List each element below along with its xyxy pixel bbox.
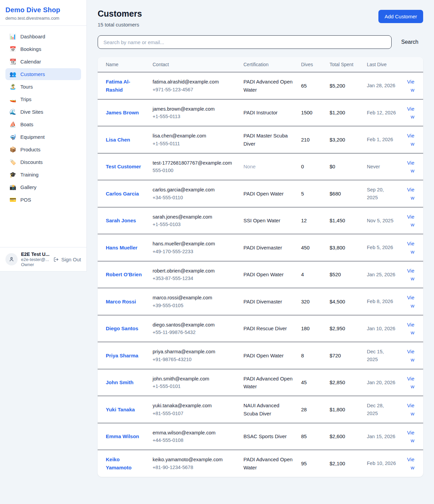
customer-certification: PADI Open Water xyxy=(239,180,297,207)
sidebar-item-trips[interactable]: 🚤Trips xyxy=(5,93,81,105)
view-customer-link[interactable]: View xyxy=(407,403,414,416)
customer-dives: 5 xyxy=(297,180,326,207)
customer-name-link[interactable]: Sarah Jones xyxy=(106,217,136,224)
search-bar: Search xyxy=(98,35,423,49)
customer-certification: PADI Master Scuba Diver xyxy=(239,126,297,153)
col-dives: Dives xyxy=(297,57,326,72)
sidebar-item-tours[interactable]: 🏝️Tours xyxy=(5,81,81,93)
customer-name-link[interactable]: Hans Mueller xyxy=(106,244,137,251)
sidebar-item-pos[interactable]: 💳POS xyxy=(5,194,81,206)
view-customer-link[interactable]: View xyxy=(407,79,414,92)
equipment-icon: 🤿 xyxy=(9,134,16,140)
sidebar-item-calendar[interactable]: 📆Calendar xyxy=(5,56,81,68)
customer-total-spent: $1,450 xyxy=(326,207,363,234)
customer-email: lisa.chen@example.com xyxy=(153,132,235,139)
dive-sites-icon: 🌊 xyxy=(9,109,16,115)
sidebar-item-discounts[interactable]: 🏷️Discounts xyxy=(5,156,81,168)
customer-name-link[interactable]: Test Customer xyxy=(106,163,141,170)
customer-certification: PADI Divemaster xyxy=(239,234,297,261)
sidebar-item-label: Calendar xyxy=(20,59,41,64)
customer-name-link[interactable]: Robert O'Brien xyxy=(106,270,142,278)
view-customer-link[interactable]: View xyxy=(407,295,414,308)
search-input[interactable] xyxy=(98,35,392,49)
customer-phone: +1-555-0103 xyxy=(153,221,235,228)
customer-total-spent: $1,200 xyxy=(326,99,363,126)
customer-name-link[interactable]: Marco Rossi xyxy=(106,298,136,305)
customer-last-dive: Jan 28, 2026 xyxy=(363,72,400,99)
customer-name-link[interactable]: John Smith xyxy=(106,378,134,386)
customer-certification: PADI Advanced Open Water xyxy=(239,369,297,396)
customer-dives: 1500 xyxy=(297,99,326,126)
customer-name-link[interactable]: James Brown xyxy=(106,109,139,116)
customer-last-dive: Jan 15, 2026 xyxy=(363,423,400,450)
customers-table: Name Contact Certification Dives Total S… xyxy=(98,57,423,477)
customer-email: keiko.yamamoto@example.com xyxy=(153,456,235,463)
view-customer-link[interactable]: View xyxy=(407,430,414,443)
customer-dives: 450 xyxy=(297,234,326,261)
sidebar-item-bookings[interactable]: 📅Bookings xyxy=(5,43,81,55)
customer-certification: PADI Advanced Open Water xyxy=(239,72,297,99)
view-customer-link[interactable]: View xyxy=(407,456,414,470)
col-total-spent: Total Spent xyxy=(326,57,363,72)
customer-name-link[interactable]: Diego Santos xyxy=(106,324,138,332)
tours-icon: 🏝️ xyxy=(9,84,16,90)
customer-last-dive: Dec 28, 2025 xyxy=(363,396,400,423)
customers-table-card: Name Contact Certification Dives Total S… xyxy=(98,57,423,477)
sidebar-item-gallery[interactable]: 📸Gallery xyxy=(5,181,81,193)
customer-last-dive: Jan 10, 2026 xyxy=(363,315,400,342)
customer-name-link[interactable]: Keiko Yamamoto xyxy=(106,455,144,471)
view-customer-link[interactable]: View xyxy=(407,133,414,146)
customer-name-link[interactable]: Carlos Garcia xyxy=(106,190,139,198)
customer-last-dive: Feb 8, 2026 xyxy=(363,288,400,315)
search-button[interactable]: Search xyxy=(401,39,418,45)
sidebar-item-customers[interactable]: 👥Customers xyxy=(5,68,81,80)
sign-out-button[interactable]: Sign Out xyxy=(53,257,81,262)
customer-name-link[interactable]: Yuki Tanaka xyxy=(106,406,135,413)
sidebar-item-products[interactable]: 📦Products xyxy=(5,144,81,155)
add-customer-button[interactable]: Add Customer xyxy=(378,10,423,23)
customer-certification: PADI Open Water xyxy=(239,261,297,288)
sidebar-item-dive-sites[interactable]: 🌊Dive Sites xyxy=(5,106,81,118)
view-customer-link[interactable]: View xyxy=(407,106,414,119)
sidebar-nav: 📊Dashboard 📅Bookings 📆Calendar 👥Customer… xyxy=(0,26,86,247)
view-customer-link[interactable]: View xyxy=(407,187,414,200)
customer-dives: 28 xyxy=(297,396,326,423)
view-customer-link[interactable]: View xyxy=(407,268,414,281)
col-actions xyxy=(400,57,423,72)
customer-email: priya.sharma@example.com xyxy=(153,348,235,355)
view-customer-link[interactable]: View xyxy=(407,160,414,173)
table-row: Marco Rossi marco.rossi@example.com+39-5… xyxy=(98,288,423,315)
customer-dives: 8 xyxy=(297,342,326,369)
gallery-icon: 📸 xyxy=(9,185,16,190)
customer-certification: PADI Instructor xyxy=(239,99,297,126)
sidebar-item-training[interactable]: 🎓Training xyxy=(5,169,81,181)
customer-name-link[interactable]: Emma Wilson xyxy=(106,432,139,440)
view-customer-link[interactable]: View xyxy=(407,241,414,254)
person-icon xyxy=(8,256,15,262)
sidebar-item-boats[interactable]: ⛵Boats xyxy=(5,118,81,130)
customer-name-link[interactable]: Priya Sharma xyxy=(106,352,138,359)
customer-total-spent: $1,800 xyxy=(326,396,363,423)
customer-name-link[interactable]: Fatima Al-Rashid xyxy=(106,78,144,94)
sidebar-item-dashboard[interactable]: 📊Dashboard xyxy=(5,31,81,42)
sidebar-item-equipment[interactable]: 🤿Equipment xyxy=(5,131,81,143)
sidebar-item-label: Dashboard xyxy=(20,34,45,39)
view-customer-link[interactable]: View xyxy=(407,322,414,335)
customer-last-dive: Nov 5, 2025 xyxy=(363,207,400,234)
customer-certification: None xyxy=(239,153,297,180)
view-customer-link[interactable]: View xyxy=(407,214,414,227)
customer-dives: 12 xyxy=(297,207,326,234)
customer-email: fatima.alrashid@example.com xyxy=(153,78,235,86)
avatar xyxy=(5,253,18,265)
customer-certification: PADI Advanced Open Water xyxy=(239,450,297,477)
view-customer-link[interactable]: View xyxy=(407,349,414,362)
customer-name-link[interactable]: Lisa Chen xyxy=(106,136,130,144)
table-row: Emma Wilson emma.wilson@example.com+44-5… xyxy=(98,423,423,450)
sidebar-item-label: POS xyxy=(20,197,31,203)
page-title: Customers xyxy=(98,9,142,19)
table-row: Test Customer test-1772681807767@example… xyxy=(98,153,423,180)
view-customer-link[interactable]: View xyxy=(407,376,414,389)
table-row: Lisa Chen lisa.chen@example.com+1-555-01… xyxy=(98,126,423,153)
sidebar-item-label: Tours xyxy=(20,84,33,90)
sidebar-item-label: Trips xyxy=(20,96,32,102)
